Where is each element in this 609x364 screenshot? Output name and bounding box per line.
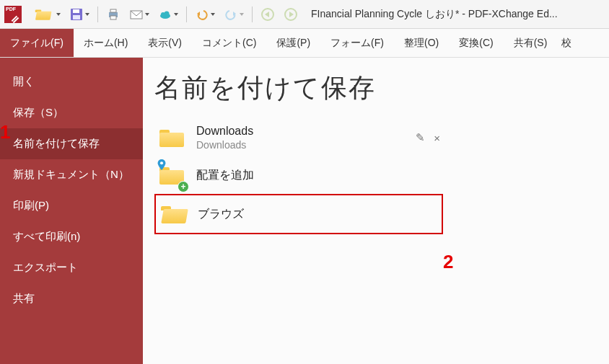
svg-point-16 — [160, 161, 163, 164]
arrow-left-circle-icon — [260, 7, 275, 22]
redo-button[interactable] — [221, 4, 247, 25]
window-title: FInancial Planning Cycle しおり* - PDF-XCha… — [311, 8, 558, 21]
chevron-down-icon — [211, 13, 215, 16]
plus-badge-icon: + — [178, 181, 189, 192]
add-location-row[interactable]: + 配置を追加 — [154, 156, 443, 194]
sidebar-item-share[interactable]: 共有 — [0, 283, 143, 314]
redo-icon — [224, 7, 238, 22]
tab-convert[interactable]: 変換(C) — [449, 29, 503, 57]
separator — [252, 6, 253, 22]
tab-share[interactable]: 共有(S) — [504, 29, 558, 57]
tab-organize[interactable]: 整理(O) — [394, 29, 449, 57]
remove-destination-button[interactable]: × — [434, 132, 440, 144]
floppy-disk-icon — [69, 7, 84, 22]
tab-form[interactable]: フォーム(F) — [320, 29, 394, 57]
svg-rect-5 — [110, 16, 116, 19]
annotation-1: 1 — [0, 121, 10, 143]
tab-protect[interactable]: 保護(P) — [266, 29, 320, 57]
svg-rect-2 — [73, 15, 80, 19]
open-button[interactable] — [27, 4, 63, 25]
svg-point-9 — [165, 11, 170, 16]
chevron-down-icon — [240, 13, 244, 16]
svg-rect-1 — [73, 9, 79, 13]
print-button[interactable] — [103, 4, 123, 25]
open-folder-icon — [161, 205, 185, 223]
tab-comment[interactable]: コメント(C) — [192, 29, 266, 57]
tab-overflow[interactable]: 校 — [557, 29, 576, 57]
chevron-down-icon — [174, 13, 178, 16]
edit-destination-button[interactable]: ✎ — [416, 131, 425, 144]
folder-icon — [159, 128, 184, 147]
title-bar: FInancial Planning Cycle しおり* - PDF-XCha… — [0, 0, 609, 29]
tab-home[interactable]: ホーム(H) — [74, 29, 138, 57]
separator — [97, 6, 98, 22]
save-button[interactable] — [66, 4, 92, 25]
cloud-icon — [158, 7, 172, 22]
svg-rect-4 — [110, 9, 116, 12]
chevron-down-icon — [85, 13, 89, 16]
destination-path: Downloads — [196, 139, 406, 151]
envelope-icon — [129, 7, 144, 22]
browse-label: ブラウズ — [198, 207, 439, 222]
sidebar-item-new-doc[interactable]: 新規ドキュメント（N） — [0, 159, 143, 190]
file-menu-sidebar: 開く 保存（S） 名前を付けて保存 新規ドキュメント（N） 印刷(P) すべて印… — [0, 58, 143, 364]
destination-name: Downloads — [196, 125, 406, 138]
separator — [186, 6, 187, 22]
svg-marker-13 — [265, 12, 269, 17]
save-as-panel: 名前を付けて保存 Downloads Downloads ✎ × + 配置を追加 — [143, 58, 609, 364]
annotation-2: 2 — [443, 251, 453, 273]
ribbon-tabs: ファイル(F) ホーム(H) 表示(V) コメント(C) 保護(P) フォーム(… — [0, 29, 609, 58]
sidebar-item-open[interactable]: 開く — [0, 66, 143, 97]
recent-destination-row[interactable]: Downloads Downloads ✎ × — [154, 119, 443, 156]
svg-marker-15 — [289, 12, 294, 17]
undo-icon — [195, 7, 209, 22]
cloud-button[interactable] — [155, 4, 181, 25]
sidebar-item-export[interactable]: エクスポート — [0, 252, 143, 283]
undo-button[interactable] — [192, 4, 218, 25]
printer-icon — [106, 7, 121, 22]
sidebar-item-print-all[interactable]: すべて印刷(n) — [0, 221, 143, 252]
map-pin-icon — [155, 159, 168, 172]
tab-file[interactable]: ファイル(F) — [0, 29, 74, 57]
email-button[interactable] — [126, 4, 152, 25]
browse-row[interactable]: ブラウズ — [154, 194, 443, 234]
sidebar-item-print[interactable]: 印刷(P) — [0, 190, 143, 221]
nav-forward-button[interactable] — [281, 4, 301, 25]
nav-back-button[interactable] — [258, 4, 278, 25]
sidebar-item-save[interactable]: 保存（S） — [0, 97, 143, 128]
app-icon — [4, 6, 22, 23]
chevron-down-icon — [56, 13, 61, 16]
tab-view[interactable]: 表示(V) — [138, 29, 192, 57]
add-location-label: 配置を追加 — [196, 168, 440, 183]
panel-heading: 名前を付けて保存 — [154, 71, 597, 106]
arrow-right-circle-icon — [284, 7, 298, 22]
chevron-down-icon — [145, 13, 149, 16]
sidebar-item-save-as[interactable]: 名前を付けて保存 — [0, 128, 143, 159]
